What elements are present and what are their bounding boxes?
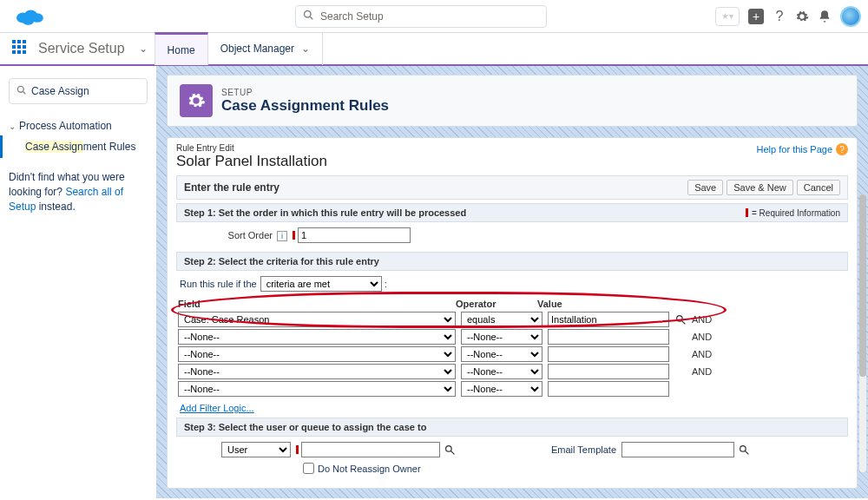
user-avatar[interactable] <box>840 6 861 27</box>
criteria-field-select[interactable]: --None-- <box>178 329 456 345</box>
search-icon <box>303 10 313 23</box>
page-header: SETUP Case Assignment Rules <box>167 75 858 127</box>
app-nav: Service Setup ⌄ Home Object Manager ⌄ <box>0 33 868 66</box>
criteria-field-select[interactable]: --None-- <box>178 346 456 362</box>
criteria-row: --None-- --None-- <box>178 380 846 398</box>
help-icon: ? <box>836 143 848 155</box>
criteria-value-input[interactable] <box>548 329 669 345</box>
required-info-legend: = Required Information <box>746 207 840 218</box>
svg-point-10 <box>445 445 451 451</box>
global-header: Search Setup ★▾ + ? <box>0 0 868 33</box>
criteria-field-select[interactable]: --None-- <box>178 381 456 397</box>
col-operator: Operator <box>456 299 537 309</box>
header-actions: ★▾ + ? <box>715 6 861 27</box>
svg-line-7 <box>23 92 26 95</box>
app-switch-chevron[interactable]: ⌄ <box>132 43 155 55</box>
criteria-field-select[interactable]: Case: Case Reason <box>178 312 456 327</box>
criteria-operator-select[interactable]: --None-- <box>461 364 542 379</box>
chevron-down-icon: ⌄ <box>294 43 310 55</box>
tab-object-manager[interactable]: Object Manager ⌄ <box>208 32 323 65</box>
info-icon[interactable]: i <box>277 231 287 241</box>
sidebar-search-value: Case Assign <box>31 85 89 97</box>
criteria-field-select[interactable]: --None-- <box>178 364 456 379</box>
page-header-icon <box>180 84 213 117</box>
lookup-icon[interactable] <box>444 444 456 456</box>
step-3-bar: Step 3: Select the user or queue to assi… <box>176 418 848 437</box>
col-value: Value <box>537 299 659 309</box>
criteria-value-input[interactable] <box>548 364 669 379</box>
criteria-row: --None-- --None-- AND <box>178 328 846 345</box>
salesforce-logo <box>14 6 45 27</box>
svg-line-11 <box>450 451 454 454</box>
step-1-bar: Step 1: Set the order in which this rule… <box>176 203 848 222</box>
caret-down-icon: ⌄ <box>9 122 16 131</box>
criteria-operator-select[interactable]: --None-- <box>461 346 542 362</box>
setup-gear-icon[interactable] <box>795 10 809 23</box>
do-not-reassign-checkbox[interactable] <box>303 463 314 474</box>
global-search[interactable]: Search Setup <box>295 5 547 28</box>
setup-sidebar: Case Assign ⌄ Process Automation Case As… <box>0 66 156 500</box>
lookup-icon[interactable] <box>738 444 750 456</box>
criteria-table: Field Operator Value Case: Case Reason e… <box>178 297 846 414</box>
svg-point-6 <box>17 86 23 92</box>
main-layout: Case Assign ⌄ Process Automation Case As… <box>0 66 868 500</box>
favorites-button[interactable]: ★▾ <box>715 7 740 26</box>
rule-name: Solar Panel Installation <box>176 153 327 170</box>
content-area: SETUP Case Assignment Rules Rule Entry E… <box>156 66 868 500</box>
criteria-value-input[interactable] <box>548 381 669 397</box>
svg-line-5 <box>310 16 312 19</box>
section-enter-rule: Enter the rule entry Save Save & New Can… <box>176 175 848 200</box>
app-name: Service Setup <box>38 41 125 56</box>
svg-point-4 <box>305 11 312 18</box>
svg-line-13 <box>745 451 748 454</box>
criteria-operator-select[interactable]: --None-- <box>461 381 542 397</box>
criteria-operator-select[interactable]: equals <box>461 312 542 327</box>
sidebar-no-results: Didn't find what you were looking for? S… <box>0 158 156 226</box>
notifications-icon[interactable] <box>818 10 832 23</box>
help-link[interactable]: Help for this Page ? <box>757 143 848 155</box>
criteria-row: --None-- --None-- AND <box>178 363 846 380</box>
sidebar-item-case-assignment-rules[interactable]: Case Assignment Rules <box>0 135 156 158</box>
svg-point-12 <box>740 445 746 451</box>
sidebar-search[interactable]: Case Assign <box>9 78 148 104</box>
svg-line-9 <box>681 320 685 324</box>
help-icon[interactable]: ? <box>773 10 786 23</box>
run-rule-label: Run this rule if the <box>180 279 257 289</box>
tab-home[interactable]: Home <box>155 32 208 65</box>
search-icon <box>16 85 26 97</box>
email-template-input[interactable] <box>621 442 734 457</box>
rule-entry-card: Rule Entry Edit Solar Panel Installation… <box>167 137 858 489</box>
criteria-row: --None-- --None-- AND <box>178 345 846 363</box>
scrollbar[interactable] <box>859 194 866 472</box>
lookup-icon[interactable] <box>674 313 687 326</box>
add-filter-logic-link[interactable]: Add Filter Logic... <box>178 398 254 413</box>
criteria-value-input[interactable] <box>548 312 669 327</box>
email-template-label: Email Template <box>551 444 616 455</box>
save-and-new-button[interactable]: Save & New <box>727 180 793 195</box>
global-add-button[interactable]: + <box>748 9 764 24</box>
criteria-value-input[interactable] <box>548 346 669 362</box>
do-not-reassign-label: Do Not Reassign Owner <box>318 464 421 474</box>
svg-point-8 <box>676 315 682 321</box>
assign-to-input[interactable] <box>301 442 440 457</box>
breadcrumb: Rule Entry Edit <box>176 143 327 153</box>
global-search-placeholder: Search Setup <box>320 10 384 23</box>
sort-order-input[interactable] <box>298 227 411 243</box>
save-button[interactable]: Save <box>687 180 723 195</box>
sort-order-label: Sort Order i <box>180 230 293 241</box>
page-title: Case Assignment Rules <box>221 97 389 115</box>
app-launcher-icon[interactable] <box>12 40 30 57</box>
criteria-operator-select[interactable]: --None-- <box>461 329 542 345</box>
sidebar-group[interactable]: ⌄ Process Automation <box>0 116 156 135</box>
assign-type-select[interactable]: User <box>221 442 291 457</box>
col-field: Field <box>178 299 456 309</box>
svg-point-3 <box>23 16 35 25</box>
page-header-eyebrow: SETUP <box>221 88 389 97</box>
run-rule-select[interactable]: criteria are met <box>260 276 382 292</box>
cancel-button[interactable]: Cancel <box>797 180 840 195</box>
criteria-row: Case: Case Reason equals AND <box>178 311 846 328</box>
step-2-bar: Step 2: Select the criteria for this rul… <box>176 252 848 271</box>
